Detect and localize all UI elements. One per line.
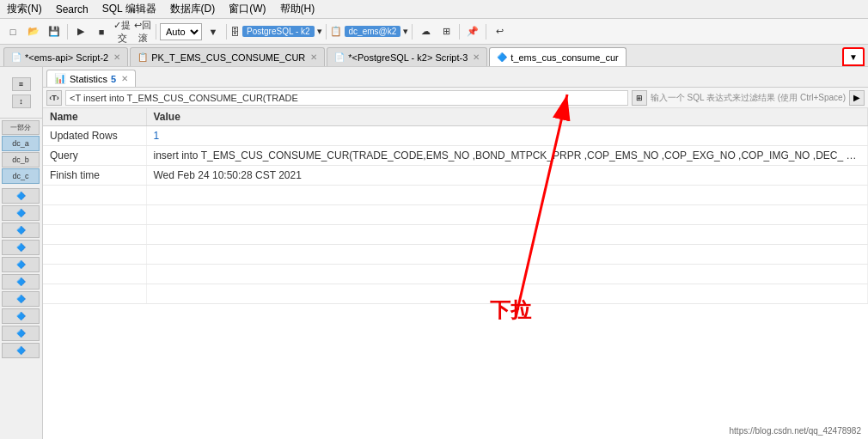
- menu-help[interactable]: 帮助(H): [277, 0, 319, 18]
- tab-pk-icon: 📋: [138, 52, 148, 62]
- sidebar-icon-10[interactable]: 🔷: [2, 343, 40, 358]
- sep1: [67, 24, 68, 40]
- tab-script2-close[interactable]: ✕: [113, 52, 120, 62]
- menu-search[interactable]: Search: [52, 2, 92, 17]
- table-row: Query insert into T_EMS_CUS_CONSUME_CUR(…: [43, 146, 868, 166]
- menu-database[interactable]: 数据库(D): [167, 0, 219, 18]
- menu-window[interactable]: 窗口(W): [225, 0, 269, 18]
- stop-btn[interactable]: ■: [92, 22, 111, 41]
- commit-btn[interactable]: ✓提交: [113, 22, 131, 41]
- sql-toolbar: ‹T› <T insert into T_EMS_CUS_CONSUME_CUR…: [43, 88, 868, 108]
- tab-pk-close[interactable]: ✕: [310, 52, 317, 62]
- table-row-empty-3: [43, 225, 868, 245]
- table-row: Updated Rows 1: [43, 126, 868, 146]
- sidebar: ≡ ↕ 一部分 dc_a dc_b dc_c 🔷 🔷 🔷 🔷 🔷 🔷 🔷 🔷 🔷…: [0, 67, 43, 439]
- pin-btn[interactable]: 📌: [463, 22, 482, 41]
- tab-script3-icon: 📄: [334, 52, 345, 62]
- inner-tab-bar: 📊 Statistics 5 ✕: [43, 67, 868, 88]
- tab-pk[interactable]: 📋 PK_T_EMS_CUS_CONSUME_CUR ✕: [130, 47, 325, 66]
- sidebar-icon-1[interactable]: 🔷: [2, 188, 40, 204]
- new-btn[interactable]: □: [3, 22, 22, 41]
- sep6: [459, 24, 460, 40]
- sidebar-icon-6[interactable]: 🔷: [2, 274, 40, 290]
- save-btn[interactable]: 💾: [45, 22, 64, 41]
- sidebar-icon-4[interactable]: 🔷: [2, 240, 40, 255]
- tab-script3[interactable]: 📄 *<PostgreSQL - k2> Script-3 ✕: [327, 47, 487, 66]
- stats-badge: 5: [111, 74, 116, 84]
- sep5: [412, 24, 413, 40]
- sep2: [156, 24, 156, 40]
- sidebar-item-dc-a[interactable]: dc_a: [2, 136, 40, 151]
- sql-hint: 输入一个 SQL 表达式来过滤结果 (使用 Ctrl+Space): [651, 92, 846, 104]
- sql-scroll-right[interactable]: ▶: [849, 90, 865, 106]
- stats-close[interactable]: ✕: [121, 74, 128, 83]
- menu-sql-editor[interactable]: SQL 编辑器: [99, 0, 160, 18]
- sidebar-nav: 一部分 dc_a dc_b dc_c 🔷 🔷 🔷 🔷 🔷 🔷 🔷 🔷 🔷 🔷: [0, 119, 42, 439]
- sql-icon-t: ‹T›: [46, 90, 62, 106]
- row-updated-value: 1: [146, 126, 868, 146]
- schema-label[interactable]: dc_ems@k2: [345, 26, 401, 37]
- sidebar-menu-btn[interactable]: ≡: [12, 77, 31, 91]
- tab-script3-label: *<PostgreSQL - k2> Script-3: [348, 52, 468, 63]
- back-btn[interactable]: ↩: [490, 22, 509, 41]
- db-icon: 🗄: [230, 27, 240, 37]
- sql-filter-input[interactable]: <T insert into T_EMS_CUS_CONSUME_CUR(TRA…: [65, 90, 628, 106]
- connection-label[interactable]: PostgreSQL - k2: [242, 26, 315, 37]
- sep4: [326, 24, 327, 40]
- sidebar-icon-9[interactable]: 🔷: [2, 326, 40, 341]
- tab-consume-cur-icon: 🔷: [497, 52, 507, 62]
- tab-pk-label: PK_T_EMS_CUS_CONSUME_CUR: [151, 52, 305, 63]
- cloud-btn[interactable]: ☁: [416, 22, 435, 41]
- tab-script2-label: *<ems-api> Script-2: [25, 52, 108, 63]
- table-row-empty-2: [43, 205, 868, 225]
- sidebar-swap-btn[interactable]: ↕: [12, 95, 31, 108]
- content-area: 📊 Statistics 5 ✕ ‹T› <T insert into T_EM…: [43, 67, 868, 439]
- row-finish-name: Finish time: [43, 166, 146, 186]
- stats-table: Name Value Updated Rows 1 Query insert i…: [43, 108, 868, 439]
- conn-sep: ▾: [317, 26, 322, 37]
- tab-script2-icon: 📄: [11, 52, 21, 62]
- table-row-empty-5: [43, 265, 868, 284]
- menu-search-n[interactable]: 搜索(N): [3, 0, 46, 18]
- schema-icon: 📋: [330, 26, 342, 37]
- tab-consume-cur[interactable]: 🔷 t_ems_cus_consume_cur: [489, 47, 626, 66]
- sql-filter-btn[interactable]: ⊞: [632, 90, 647, 106]
- tab-consume-cur-label: t_ems_cus_consume_cur: [510, 52, 618, 63]
- sidebar-item-dc-c[interactable]: dc_c: [2, 168, 40, 184]
- sidebar-item-dc-b[interactable]: dc_b: [2, 152, 40, 168]
- row-finish-value: Wed Feb 24 10:50:28 CST 2021: [146, 166, 868, 186]
- stats-icon: 📊: [54, 73, 66, 84]
- row-query-name: Query: [43, 146, 146, 166]
- grid-btn[interactable]: ⊞: [437, 22, 455, 41]
- connection-info: 🗄 PostgreSQL - k2 ▾: [230, 26, 322, 37]
- tab-script2[interactable]: 📄 *<ems-api> Script-2 ✕: [3, 47, 128, 66]
- main-toolbar: □ 📂 💾 ▶ ■ ✓提交 ↩回滚 Auto ▼ 🗄 PostgreSQL - …: [0, 19, 868, 45]
- col-header-value: Value: [146, 108, 868, 126]
- sep7: [486, 24, 486, 40]
- auto-dropdown[interactable]: ▼: [204, 22, 223, 41]
- sidebar-icon-7[interactable]: 🔷: [2, 291, 40, 307]
- table-row: Finish time Wed Feb 24 10:50:28 CST 2021: [43, 166, 868, 186]
- rollback-btn[interactable]: ↩回滚: [133, 22, 152, 41]
- sidebar-icon-5[interactable]: 🔷: [2, 257, 40, 272]
- sidebar-icon-3[interactable]: 🔷: [2, 223, 40, 238]
- open-btn[interactable]: 📂: [24, 22, 43, 41]
- sep3: [226, 24, 227, 40]
- table-row-empty-4: [43, 245, 868, 265]
- schema-info: 📋 dc_ems@k2 ▾: [330, 26, 409, 37]
- tab-statistics[interactable]: 📊 Statistics 5 ✕: [46, 70, 136, 87]
- sidebar-item-label: 一部分: [2, 120, 40, 135]
- main-layout: ≡ ↕ 一部分 dc_a dc_b dc_c 🔷 🔷 🔷 🔷 🔷 🔷 🔷 🔷 🔷…: [0, 67, 868, 439]
- sidebar-icon-2[interactable]: 🔷: [2, 205, 40, 221]
- row-updated-name: Updated Rows: [43, 126, 146, 146]
- auto-select[interactable]: Auto: [160, 23, 202, 40]
- run-btn[interactable]: ▶: [71, 22, 90, 41]
- row-query-value: insert into T_EMS_CUS_CONSUME_CUR(TRADE_…: [146, 146, 868, 166]
- tab-overflow-btn[interactable]: ▼: [842, 47, 865, 66]
- stats-label: Statistics: [70, 74, 107, 84]
- tab-script3-close[interactable]: ✕: [473, 52, 480, 62]
- table-row-empty-1: [43, 186, 868, 205]
- sidebar-icon-8[interactable]: 🔷: [2, 308, 40, 324]
- stats-data-table: Name Value Updated Rows 1 Query insert i…: [43, 108, 868, 304]
- col-header-name: Name: [43, 108, 146, 126]
